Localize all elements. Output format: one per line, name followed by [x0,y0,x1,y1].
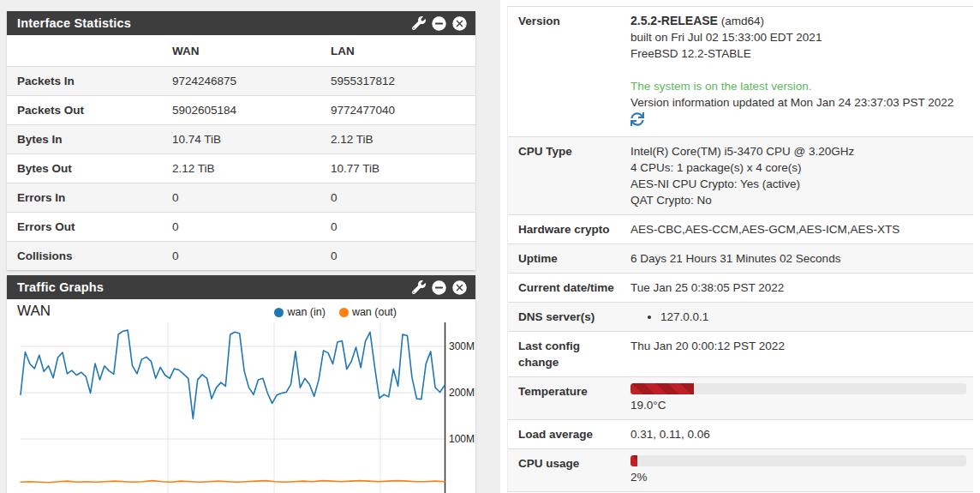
panel-header: Traffic Graphs [7,275,475,299]
row-last-config-change: Last config change Thu Jan 20 0:00:12 PS… [508,332,973,377]
column-header-lan: LAN [324,35,475,67]
row-load-average: Load average 0.31, 0.11, 0.06 [508,420,973,449]
version-status: The system is on the latest version. [630,78,966,94]
series-layer [21,330,445,483]
version-os: FreeBSD 12.2-STABLE [630,45,966,62]
temperature-progress-track [630,383,966,394]
system-information-table: Version 2.5.2-RELEASE (amd64) built on F… [507,6,973,493]
table-row: Bytes In10.74 TiB2.12 TiB [7,125,475,154]
traffic-graphs-panel: Traffic Graphs WAN wan (in) wan (out) [7,275,475,493]
legend-label: wan (out) [352,306,397,318]
interface-statistics-table: WAN LAN Packets In97242468755955317812 P… [7,35,475,270]
row-cpu-type: CPU Type Intel(R) Core(TM) i5-3470 CPU @… [508,137,973,215]
cpu-usage-progress-bar [630,455,637,466]
interface-statistics-panel: Interface Statistics WAN LAN Packets In9… [7,11,475,270]
grid-lines [21,322,445,493]
ytick-200m: 200M [449,387,475,399]
table-row: Errors Out00 [7,213,475,242]
graph-legend: wan (in) wan (out) [274,306,397,318]
row-version: Version 2.5.2-RELEASE (amd64) built on F… [508,7,973,137]
table-row: Bytes Out2.12 TiB10.77 TiB [7,154,475,183]
minimize-icon[interactable] [432,16,446,31]
temperature-progress-bar [630,383,694,394]
legend-dot-blue [274,308,284,317]
refresh-icon[interactable] [630,112,644,126]
wrench-icon[interactable] [412,16,426,30]
minimize-icon[interactable] [432,280,446,295]
table-row: Packets Out59026051849772477040 [7,96,475,125]
graph-title: WAN [17,303,51,320]
legend-dot-orange [339,308,349,317]
panel-header: Interface Statistics [7,11,475,35]
row-dns-servers: DNS server(s) 127.0.0.1 [508,303,973,332]
close-icon[interactable] [452,16,467,31]
table-row: Errors In00 [7,183,475,213]
y-axis-tick-labels: 300M 200M 100M [449,340,475,445]
row-uptime: Uptime 6 Days 21 Hours 31 Minutes 02 Sec… [508,244,973,274]
version-updated: Version information updated at Mon Jan 2… [630,94,966,111]
column-header-wan: WAN [165,35,324,67]
system-information-panel: Version 2.5.2-RELEASE (amd64) built on F… [500,0,980,493]
cpu-usage-value: 2% [630,469,966,485]
temperature-value: 19.0°C [630,397,966,413]
row-hardware-crypto: Hardware crypto AES-CBC,AES-CCM,AES-GCM,… [508,215,973,244]
version-built: built on Fri Jul 02 15:33:00 EDT 2021 [630,29,966,45]
ytick-300m: 300M [449,340,475,352]
panel-title: Interface Statistics [7,16,131,30]
row-current-datetime: Current date/time Tue Jan 25 0:38:05 PST… [508,274,973,303]
legend-item-wan-out: wan (out) [339,306,397,318]
dns-server-list: 127.0.0.1 [630,309,966,325]
traffic-graph-svg: 300M 200M 100M [7,322,475,493]
cpu-usage-progress-track [630,455,966,466]
row-cpu-usage: CPU usage 2% [508,449,973,492]
table-row: Packets In97242468755955317812 [7,67,475,96]
version-string: 2.5.2-RELEASE (amd64) [630,13,966,29]
row-temperature: Temperature 19.0°C [508,377,973,420]
close-icon[interactable] [452,280,467,295]
dns-server-item: 127.0.0.1 [660,309,966,325]
legend-label: wan (in) [287,306,325,318]
table-row: Collisions00 [7,242,475,271]
legend-item-wan-in: wan (in) [274,306,325,318]
empty-header-cell [7,35,165,67]
wrench-icon[interactable] [412,280,426,294]
table-header-row: WAN LAN [7,35,475,67]
ytick-100m: 100M [449,433,475,445]
panel-title: Traffic Graphs [7,280,104,294]
